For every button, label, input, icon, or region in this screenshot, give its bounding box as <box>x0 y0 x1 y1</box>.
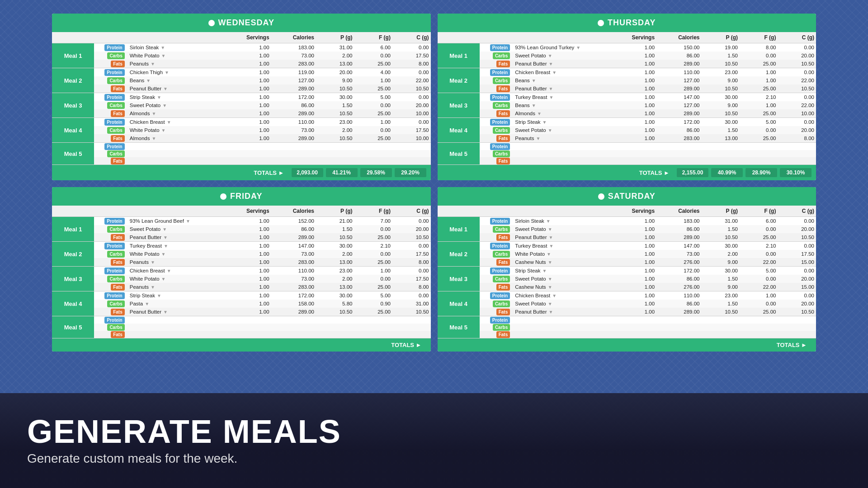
dropdown-arrow-icon[interactable]: ▼ <box>164 244 168 249</box>
meal-label-meal-3: Meal 3 <box>438 267 480 291</box>
dropdown-arrow-icon[interactable]: ▼ <box>548 53 552 58</box>
value-cell-calories <box>271 316 316 324</box>
food-name-text: Almonds <box>130 111 150 116</box>
value-cell-calories: 283.00 <box>656 134 701 143</box>
dropdown-arrow-icon[interactable]: ▼ <box>162 227 167 232</box>
value-cell-servings <box>232 150 271 157</box>
value-cell-servings <box>617 150 656 157</box>
dropdown-arrow-icon[interactable]: ▼ <box>161 252 166 257</box>
value-cell-protein <box>701 150 739 157</box>
protein-badge: Protein <box>490 292 510 299</box>
nutrient-badge-cell: Carbs <box>480 324 514 331</box>
dropdown-arrow-icon[interactable]: ▼ <box>532 78 536 83</box>
dropdown-arrow-icon[interactable]: ▼ <box>537 111 542 116</box>
table-row: Meal 3ProteinTurkey Breast▼1.00147.0030.… <box>438 93 816 102</box>
dropdown-arrow-icon[interactable]: ▼ <box>532 103 536 108</box>
dropdown-arrow-icon[interactable]: ▼ <box>542 268 547 273</box>
table-row: FatsAlmonds▼1.00289.0010.5025.0010.00 <box>438 109 816 118</box>
value-cell-fat: 25.00 <box>354 233 392 242</box>
fats-badge: Fats <box>496 85 510 92</box>
value-cell-calories: 110.00 <box>271 267 316 275</box>
dropdown-arrow-icon[interactable]: ▼ <box>542 120 547 125</box>
dropdown-arrow-icon[interactable]: ▼ <box>145 301 149 306</box>
food-name-cell: Sweet Potato▼ <box>513 126 617 134</box>
dropdown-arrow-icon[interactable]: ▼ <box>163 235 168 240</box>
dropdown-arrow-icon[interactable]: ▼ <box>167 268 171 273</box>
nutrient-badge-cell: Fats <box>480 84 514 93</box>
dropdown-arrow-icon[interactable]: ▼ <box>547 252 551 257</box>
value-cell-carbs: 8.00 <box>392 60 431 68</box>
value-cell-fat: 22.00 <box>740 283 778 291</box>
dropdown-arrow-icon[interactable]: ▼ <box>167 120 171 125</box>
table-row: FatsAlmonds▼1.00289.0010.5025.0010.00 <box>52 134 431 143</box>
dropdown-arrow-icon[interactable]: ▼ <box>549 95 553 100</box>
value-cell-fat <box>354 324 392 331</box>
dropdown-arrow-icon[interactable]: ▼ <box>549 244 553 249</box>
value-cell-servings: 1.00 <box>232 308 271 316</box>
dropdown-arrow-icon[interactable]: ▼ <box>165 70 169 75</box>
dropdown-arrow-icon[interactable]: ▼ <box>576 45 580 50</box>
value-cell-calories: 289.00 <box>271 233 316 242</box>
dropdown-arrow-icon[interactable]: ▼ <box>157 95 161 100</box>
value-cell-servings: 1.00 <box>232 101 271 109</box>
dropdown-arrow-icon[interactable]: ▼ <box>546 219 551 224</box>
value-cell-calories <box>656 331 701 338</box>
dropdown-arrow-icon[interactable]: ▼ <box>162 103 167 108</box>
food-name-text: Strip Steak <box>130 94 155 100</box>
dropdown-arrow-icon[interactable]: ▼ <box>151 260 155 265</box>
value-cell-calories: 183.00 <box>656 217 701 225</box>
food-name-text: Sweet Potato <box>130 103 160 108</box>
dropdown-arrow-icon[interactable]: ▼ <box>157 293 161 298</box>
dropdown-arrow-icon[interactable]: ▼ <box>548 285 552 290</box>
food-name-cell: Strip Steak▼ <box>513 118 617 126</box>
dropdown-arrow-icon[interactable]: ▼ <box>161 53 166 58</box>
dropdown-arrow-icon[interactable]: ▼ <box>163 310 168 314</box>
dropdown-arrow-icon[interactable]: ▼ <box>161 128 166 133</box>
food-name-cell: Peanut Butter▼ <box>128 308 232 316</box>
value-cell-protein: 9.00 <box>316 76 354 84</box>
dropdown-arrow-icon[interactable]: ▼ <box>548 227 552 232</box>
value-cell-carbs: 20.00 <box>778 225 816 233</box>
dropdown-arrow-icon[interactable]: ▼ <box>552 70 557 75</box>
value-cell-fat: 25.00 <box>740 84 778 93</box>
dropdown-arrow-icon[interactable]: ▼ <box>151 111 156 116</box>
day-name: WEDNESDAY <box>218 18 274 28</box>
dropdown-arrow-icon[interactable]: ▼ <box>549 310 553 314</box>
day-name: FRIDAY <box>230 192 262 201</box>
table-row: CarbsSweet Potato▼1.0086.001.500.0020.00 <box>438 126 816 134</box>
dropdown-arrow-icon[interactable]: ▼ <box>160 45 165 50</box>
value-cell-carbs: 22.00 <box>778 76 816 84</box>
dropdown-arrow-icon[interactable]: ▼ <box>186 219 190 224</box>
nutrient-badge-cell: Protein <box>94 316 128 324</box>
food-name-text: Peanuts <box>130 284 149 290</box>
dropdown-arrow-icon[interactable]: ▼ <box>549 86 553 91</box>
dropdown-arrow-icon[interactable]: ▼ <box>536 136 540 141</box>
dropdown-arrow-icon[interactable]: ▼ <box>146 78 151 83</box>
food-name-text: Peanut Butter <box>515 235 547 240</box>
dropdown-arrow-icon[interactable]: ▼ <box>161 277 166 282</box>
dropdown-arrow-icon[interactable]: ▼ <box>549 235 553 240</box>
dropdown-arrow-icon[interactable]: ▼ <box>548 301 552 306</box>
dropdown-arrow-icon[interactable]: ▼ <box>549 61 553 66</box>
value-cell-fat: 25.00 <box>740 60 778 68</box>
col-header-pg: P (g) <box>701 32 739 43</box>
value-cell-servings <box>617 143 656 150</box>
value-cell-carbs: 0.00 <box>778 217 816 225</box>
dropdown-arrow-icon[interactable]: ▼ <box>151 285 155 290</box>
value-cell-protein: 30.00 <box>316 93 354 102</box>
dropdown-arrow-icon[interactable]: ▼ <box>548 277 552 282</box>
value-cell-servings: 1.00 <box>232 233 271 242</box>
dropdown-arrow-icon[interactable]: ▼ <box>548 260 552 265</box>
nutrient-badge-cell: Carbs <box>480 52 514 60</box>
dropdown-arrow-icon[interactable]: ▼ <box>151 136 156 141</box>
value-cell-servings: 1.00 <box>617 283 656 291</box>
dropdown-arrow-icon[interactable]: ▼ <box>548 128 552 133</box>
dropdown-arrow-icon[interactable]: ▼ <box>163 86 168 91</box>
nutrient-badge-cell: Carbs <box>94 101 128 109</box>
nutrient-badge-cell: Carbs <box>94 150 128 157</box>
food-name-cell: Chicken Breast▼ <box>513 291 617 300</box>
dropdown-arrow-icon[interactable]: ▼ <box>151 61 155 66</box>
table-row: Meal 4ProteinStrip Steak▼1.00172.0030.00… <box>52 291 431 300</box>
dropdown-arrow-icon[interactable]: ▼ <box>552 293 557 298</box>
food-name-cell: Sweet Potato▼ <box>513 52 617 60</box>
